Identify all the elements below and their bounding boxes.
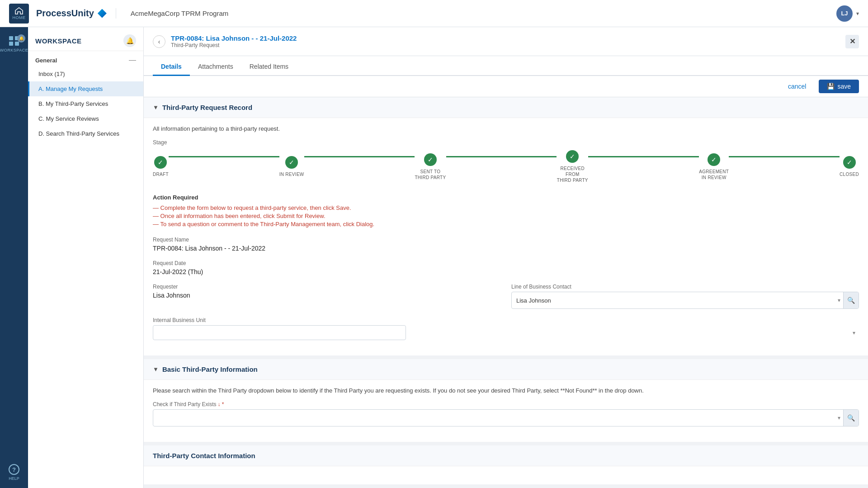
help-button[interactable]: ? HELP	[9, 464, 19, 481]
record-header: ‹ TPR-0084: Lisa Johnson - - 21-Jul-2022…	[144, 27, 868, 56]
instruction-1: — Complete the form below to request a t…	[153, 204, 859, 211]
section-basic-tp-body: Please search within the Third Party dro…	[144, 380, 868, 442]
section-tprr-collapse[interactable]: ▼	[153, 104, 159, 111]
check-tp-search-button[interactable]: 🔍	[843, 410, 859, 426]
cancel-button[interactable]: cancel	[780, 80, 814, 93]
nav-notification-bell[interactable]: 🔔	[123, 34, 136, 47]
tab-attachments[interactable]: Attachments	[190, 58, 241, 76]
stage-received-tp-label: RECEIVED FROMTHIRD PARTY	[557, 166, 588, 183]
stage-sent-tp-label: SENT TOTHIRD PARTY	[415, 169, 446, 180]
lob-contact-search-button[interactable]: 🔍	[843, 292, 859, 308]
user-avatar[interactable]: LJ	[836, 5, 853, 22]
section-tp-contact-body	[144, 466, 868, 484]
tab-related-items[interactable]: Related Items	[241, 58, 297, 76]
basic-tp-info: Please search within the Third Party dro…	[153, 387, 859, 394]
left-sidebar: WORKSPACE 🔔 ? HELP	[0, 27, 28, 488]
stage-connector-4	[588, 156, 699, 157]
section-tp-contact: Third-Party Contact Information	[144, 445, 868, 484]
field-requester: Requester Lisa Johnson	[153, 284, 500, 309]
internal-bu-label: Internal Business Unit	[153, 317, 859, 323]
stage-in-review-label: IN REVIEW	[279, 171, 304, 177]
main-layout: WORKSPACE 🔔 ? HELP WORKSPACE 🔔 General —…	[0, 27, 868, 488]
back-button[interactable]: ‹	[153, 35, 165, 48]
field-request-date: Request Date 21-Jul-2022 (Thu)	[153, 260, 859, 275]
tabs-bar: Details Attachments Related Items	[144, 56, 868, 76]
nav-item-manage-requests[interactable]: A. Manage My Requests	[28, 81, 143, 96]
workspace-label: WORKSPACE	[0, 48, 28, 52]
tab-details[interactable]: Details	[153, 58, 190, 76]
stage-sent-tp: ✓ SENT TOTHIRD PARTY	[415, 153, 446, 180]
requester-value: Lisa Johnson	[153, 292, 500, 299]
nav-section-label: General	[35, 57, 57, 64]
nav-panel: WORKSPACE 🔔 General — Inbox (17) A. Mana…	[28, 27, 144, 488]
section-tp-contact-header: Third-Party Contact Information	[144, 445, 868, 466]
lob-contact-select[interactable]: Lisa Johnson	[512, 294, 835, 308]
workspace-nav-button[interactable]: WORKSPACE 🔔	[1, 32, 27, 57]
stage-connector-3	[446, 156, 557, 157]
request-date-value: 21-Jul-2022 (Thu)	[153, 268, 859, 275]
home-button[interactable]: HOME	[9, 4, 29, 24]
stage-closed: ✓ CLOSED	[840, 156, 859, 177]
stage-draft-circle: ✓	[154, 156, 167, 169]
stage-label: Stage	[153, 139, 859, 146]
record-title[interactable]: TPR-0084: Lisa Johnson - - 21-Jul-2022	[171, 34, 840, 42]
save-button[interactable]: 💾 save	[819, 80, 859, 93]
section-tprr-header: ▼ Third-Party Request Record	[144, 97, 868, 118]
internal-bu-select-wrap: ▾	[153, 325, 859, 340]
record-subtitle: Third-Party Request	[171, 42, 840, 48]
field-internal-bu: Internal Business Unit ▾	[153, 317, 859, 340]
check-tp-chevron-icon: ▾	[835, 415, 843, 421]
check-tp-select[interactable]	[153, 411, 835, 425]
stage-in-review-circle: ✓	[285, 156, 298, 169]
help-label: HELP	[9, 476, 19, 481]
lob-contact-chevron-icon: ▾	[835, 297, 843, 303]
nav-section-collapse[interactable]: —	[129, 57, 136, 64]
nav-item-inbox[interactable]: Inbox (17)	[28, 66, 143, 81]
nav-title: WORKSPACE	[35, 37, 82, 45]
save-icon: 💾	[827, 83, 835, 90]
nav-item-service-reviews[interactable]: C. My Service Reviews	[28, 111, 143, 126]
stage-closed-label: CLOSED	[840, 171, 859, 177]
stage-progress: ✓ DRAFT ✓ IN REVIEW ✓ SENT	[153, 150, 859, 183]
nav-item-third-party-services[interactable]: B. My Third-Party Services	[28, 96, 143, 111]
internal-bu-chevron-icon: ▾	[853, 330, 855, 336]
stage-connector-5	[729, 156, 840, 157]
request-name-value: TPR-0084: Lisa Johnson - - 21-Jul-2022	[153, 245, 859, 252]
section-basic-tp: ▼ Basic Third-Party Information Please s…	[144, 359, 868, 442]
help-circle-icon: ?	[9, 464, 19, 475]
nav-header: WORKSPACE 🔔	[28, 27, 143, 51]
lob-contact-label: Line of Business Contact	[511, 284, 859, 290]
section-basic-tp-collapse[interactable]: ▼	[153, 366, 159, 373]
field-lob-contact: Line of Business Contact Lisa Johnson ▾ …	[511, 284, 859, 309]
stage-connector-2	[304, 156, 415, 157]
check-tp-required-marker: ↓ *	[217, 401, 224, 407]
internal-bu-select[interactable]	[153, 325, 406, 340]
notification-badge: 🔔	[17, 34, 25, 43]
header-right: LJ ▾	[836, 5, 859, 22]
action-bar: cancel 💾 save	[144, 76, 868, 97]
form-scroll: ▼ Third-Party Request Record All informa…	[144, 97, 868, 488]
field-request-name: Request Name TPR-0084: Lisa Johnson - - …	[153, 237, 859, 252]
top-header: HOME ProcessUnity AcmeMegaCorp TPRM Prog…	[0, 0, 868, 27]
check-tp-label: Check if Third Party Exists↓ *	[153, 401, 859, 407]
stage-agreement-label: AGREEMENTIN REVIEW	[699, 169, 729, 180]
nav-item-search-third-party[interactable]: D. Search Third-Party Services	[28, 126, 143, 141]
stage-connector-1	[169, 156, 279, 157]
content-area: ‹ TPR-0084: Lisa Johnson - - 21-Jul-2022…	[144, 27, 868, 488]
stage-agreement: ✓ AGREEMENTIN REVIEW	[699, 153, 729, 180]
tprr-info-text: All information pertaining to a third-pa…	[153, 125, 859, 132]
close-button[interactable]: ✕	[845, 35, 859, 48]
stage-closed-circle: ✓	[843, 156, 856, 169]
logo-area: ProcessUnity	[36, 8, 116, 19]
stage-received-tp: ✓ RECEIVED FROMTHIRD PARTY	[557, 150, 588, 183]
user-menu-chevron[interactable]: ▾	[856, 10, 859, 17]
instruction-3: — To send a question or comment to the T…	[153, 221, 859, 227]
stage-sent-tp-circle: ✓	[424, 153, 437, 166]
field-check-tp: Check if Third Party Exists↓ * ▾ 🔍	[153, 401, 859, 426]
requester-label: Requester	[153, 284, 500, 290]
stage-agreement-circle: ✓	[708, 153, 720, 166]
nav-section-general: General —	[28, 51, 143, 66]
record-title-area: TPR-0084: Lisa Johnson - - 21-Jul-2022 T…	[171, 34, 840, 48]
request-name-label: Request Name	[153, 237, 859, 243]
instruction-2: — Once all information has been entered,…	[153, 213, 859, 219]
